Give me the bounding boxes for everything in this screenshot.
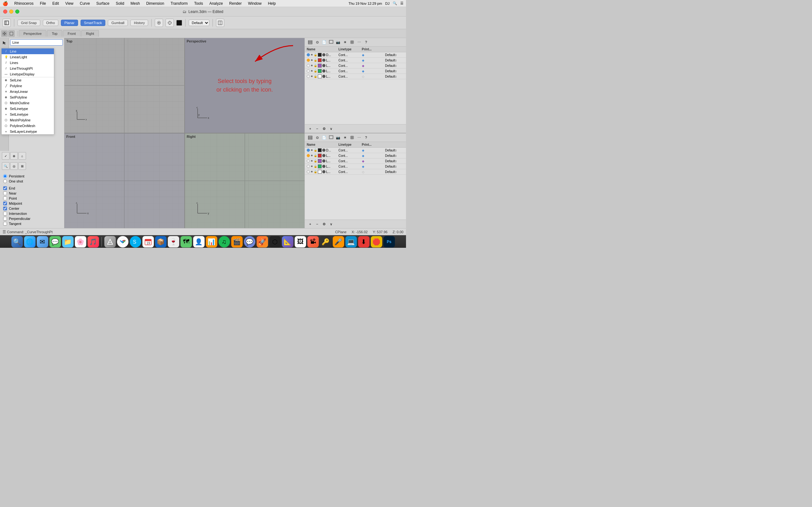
dock-virtualbox[interactable]: 📦 (155, 236, 166, 247)
dock-keynote[interactable]: 📽 (307, 236, 319, 247)
chevron-down-layers-icon[interactable]: ∨ (328, 126, 334, 131)
camera-panel-icon[interactable]: 📷 (335, 39, 341, 45)
search-icon[interactable]: 🔍 (393, 1, 397, 5)
tangent-checkbox[interactable]: Tangent (9, 221, 52, 226)
sun-panel-icon[interactable]: ☀ (342, 39, 348, 45)
center-checkbox[interactable]: Center (9, 206, 52, 211)
dock-discord[interactable]: 💬 (244, 236, 255, 247)
menu-extra-icon[interactable]: ☰ (400, 1, 403, 5)
sun-panel-icon-b[interactable]: ☀ (342, 135, 348, 140)
persistent-radio[interactable]: Persistent (9, 174, 52, 179)
dock-teamviewer[interactable]: 💻 (345, 236, 357, 247)
ac-item-meshpolyline[interactable]: ⬡ MeshPolyline (9, 117, 54, 123)
point-checkbox[interactable]: Point (9, 196, 52, 201)
menu-transform[interactable]: Transform (169, 1, 189, 6)
snap-crosshair-tool[interactable]: ⊕ (10, 152, 18, 160)
snap-search-tool[interactable]: 🔍 (9, 162, 9, 170)
viewport-front[interactable]: Front x z (64, 133, 184, 228)
dock-transmit[interactable]: 🚀 (257, 236, 268, 247)
menu-solid[interactable]: Solid (114, 1, 125, 6)
ac-item-line[interactable]: / Line (9, 49, 54, 54)
layer-row-4[interactable]: ☀ 🔓 L... Cont... ◆ Default↕ (305, 68, 406, 74)
intersection-checkbox[interactable]: Intersection (9, 211, 52, 216)
blayer-row-1[interactable]: ☀ 🔓 D... Cont... ◆ Default↕ (305, 148, 406, 153)
history-button[interactable]: History (131, 20, 148, 26)
dock-more1[interactable]: 🔑 (320, 236, 332, 247)
settings-layers-icon-b[interactable]: ⚙ (321, 221, 327, 227)
layout-split-icon[interactable] (216, 19, 224, 27)
menu-file[interactable]: File (39, 1, 47, 6)
remove-layer-button-b[interactable]: − (314, 221, 320, 227)
dock-vlc[interactable]: 🎬 (231, 236, 243, 247)
view-grid-4-icon[interactable] (1, 31, 8, 37)
dock-app9[interactable]: 📊 (206, 236, 217, 247)
tab-right[interactable]: Right (81, 30, 99, 37)
ac-item-setlayerlinetype[interactable]: = SetLayerLinetype (9, 129, 54, 134)
menu-tools[interactable]: Tools (193, 1, 204, 6)
menu-help[interactable]: Help (267, 1, 277, 6)
panel-more-icon-b[interactable]: ⋯ (356, 135, 362, 140)
chevron-down-layers-icon-b[interactable]: ∨ (328, 221, 334, 227)
viewport-top[interactable]: Top x y (64, 38, 184, 133)
blayer-vis-1[interactable] (307, 149, 310, 152)
ac-item-selpolyline[interactable]: ⊕ SelPolyline (9, 95, 54, 100)
ac-item-polylineonmesh[interactable]: ⬡ PolylineOnMesh (9, 123, 54, 129)
panel-help-icon[interactable]: ? (363, 39, 369, 45)
oneshot-radio[interactable]: One shot (9, 179, 52, 184)
close-button[interactable] (3, 9, 7, 14)
gumball-button[interactable]: Gumball (108, 20, 128, 26)
dock-spotify[interactable]: ♫ (218, 236, 230, 247)
ac-item-sellinetype[interactable]: ⊕ SelLinetype (9, 106, 54, 112)
command-search-input[interactable] (10, 39, 63, 46)
planar-button[interactable]: Planar (61, 20, 78, 26)
blayer-row-4[interactable]: ☀ 🔓 L... Cont... ◆ Default↕ (305, 164, 406, 169)
dock-preview[interactable]: 🖼 (295, 236, 306, 247)
blayer-row-5[interactable]: ☀ 🔓 L... Cont... ◇ Default↕ (305, 169, 406, 175)
add-layer-button[interactable]: + (307, 126, 313, 131)
layer-visibility-1[interactable] (307, 53, 310, 56)
dock-files[interactable]: 📁 (62, 236, 73, 247)
blayer-row-2[interactable]: ☀ 🔓 L... Cont... ◆ Default↕ (305, 153, 406, 158)
dock-itunes[interactable]: 🎵 (88, 236, 99, 247)
doc-icon[interactable]: 📄 (321, 39, 327, 45)
minimize-button[interactable] (9, 9, 13, 14)
layer-row-2[interactable]: ☀ 🔓 L... Cont... ◆ Default↕ (305, 58, 406, 63)
snap-grid-tool[interactable]: ⊞ (18, 162, 26, 170)
dock-calendar[interactable]: 19 (142, 236, 154, 247)
near-checkbox[interactable]: Near (9, 191, 52, 196)
panel-more-icon[interactable]: ⋯ (356, 39, 362, 45)
layer-row-3[interactable]: ☀ 🔓 L... Cont... ◆ Default↕ (305, 63, 406, 68)
render-icon-b[interactable] (328, 135, 334, 140)
viewport-right[interactable]: Right y z (185, 133, 305, 228)
layers-icon[interactable] (307, 39, 313, 45)
smarttrack-button[interactable]: SmartTrack (81, 20, 105, 26)
grid-panel-icon[interactable] (349, 39, 355, 45)
ac-item-linearlight[interactable]: 💡 LinearLight (9, 54, 54, 60)
dock-3d[interactable]: 📐 (282, 236, 293, 247)
render-icon[interactable] (328, 39, 334, 45)
panel-help-icon-b[interactable]: ? (363, 135, 369, 140)
dock-mail[interactable]: ✉ (37, 236, 48, 247)
dock-finder[interactable]: 🔍 (11, 236, 23, 247)
dock-crossover[interactable]: 🍷 (168, 236, 179, 247)
layer-row-1[interactable]: ☀ 🔓 D... Cont... ◆ Default↕ (305, 52, 406, 58)
ac-item-polyline[interactable]: ╱ Polyline (9, 83, 54, 89)
layer-visibility-2[interactable] (307, 59, 310, 62)
midpoint-checkbox[interactable]: Midpoint (9, 201, 52, 206)
ac-item-meshoutline[interactable]: ⬡ MeshOutline (9, 100, 54, 106)
remove-layer-button[interactable]: − (314, 126, 320, 131)
ortho-button[interactable]: Ortho (43, 20, 59, 26)
menu-window[interactable]: Window (247, 1, 263, 6)
ac-item-selline[interactable]: ⊕ SelLine (9, 77, 54, 83)
menu-view[interactable]: View (64, 1, 75, 6)
color-3[interactable] (318, 64, 322, 67)
ac-item-lines[interactable]: / Lines (9, 60, 54, 66)
layers-icon-b[interactable] (307, 135, 313, 140)
grid-panel-icon-b[interactable] (349, 135, 355, 140)
doc-icon-b[interactable]: 📄 (321, 135, 327, 140)
layer-visibility-3[interactable] (307, 64, 310, 67)
menu-analyze[interactable]: Analyze (208, 1, 224, 6)
menu-curve[interactable]: Curve (79, 1, 91, 6)
sidebar-toggle-button[interactable] (3, 19, 11, 27)
target-panel-icon[interactable]: ⊙ (314, 39, 320, 45)
